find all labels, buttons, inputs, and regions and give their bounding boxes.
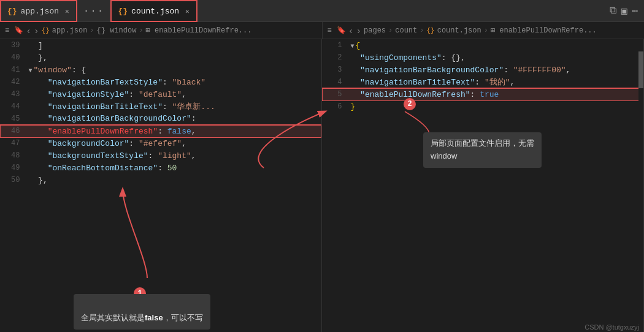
breadcrumb-left: ≡ 🔖 ‹ › {} app.json › {} window › ⊞ enab… [0,22,323,39]
table-row: 39 ] [1,39,321,51]
breadcrumb-right: ≡ 🔖 ‹ › pages › count › {} count.json › … [323,22,645,39]
table-row: 1 ▼{ [323,39,643,51]
table-row: 44 "navigationBarTitleText": "华卓新... [1,100,321,113]
tab-app-json-label: app.json [21,7,59,16]
bc-left-window: {} window [97,26,137,35]
more-actions-icon[interactable]: ⋯ [632,5,638,17]
scrollbar-right[interactable] [638,39,643,332]
table-row: 45 "navigationBarBackgroundColor": [1,113,321,125]
table-row: 6 } [323,100,643,113]
bc-right-pages: pages [364,26,386,35]
breadcrumb-bar: ≡ 🔖 ‹ › {} app.json › {} window › ⊞ enab… [0,22,644,39]
tab-count-json-icon: {} [118,7,128,16]
code-table-right: 1 ▼{ 2 "usingComponents": {}, 3 "navigat… [322,39,643,113]
table-row: 2 "usingComponents": {}, [323,51,643,64]
sidebar-toggle-icon-right[interactable]: ≡ [328,26,332,35]
bc-left-enable: ⊞ enablePullDownRefre... [146,26,252,35]
tab-count-json-close[interactable]: ✕ [185,7,190,15]
table-row: 4 "navigationBarTitleText": "我的", [323,76,643,88]
table-row: 41 ▼"window": { [1,64,321,76]
code-table-left: 39 ] 40 }, 41 ▼"window": { 42 "navigatio… [0,39,321,186]
bc-right-count: count [395,26,417,35]
breadcrumb-back-left[interactable]: ‹ [26,26,31,36]
tab-app-json[interactable]: {} app.json ✕ [0,0,77,22]
fold-arrow-41[interactable]: ▼ [29,67,33,74]
tab-app-json-close[interactable]: ✕ [65,7,69,15]
editor-pane-left: 39 ] 40 }, 41 ▼"window": { 42 "navigatio… [0,39,322,332]
bc-sep-2: › [139,26,143,35]
editor-pane-right: 1 ▼{ 2 "usingComponents": {}, 3 "navigat… [322,39,644,332]
table-row: 3 "navigationBarBackgroundColor": "#FFFF… [323,64,643,76]
tab-count-json[interactable]: {} count.json ✕ [110,0,197,22]
table-row: 50 }, [1,174,321,186]
bc-sep-5: › [484,26,488,35]
bc-sep-3: › [388,26,393,35]
tab-bar-actions: ⧉ ▣ ⋯ [610,5,644,17]
tab-json-icon: {} [7,7,17,16]
table-row: 48 "backgroundTextStyle": "light", [1,149,321,162]
bookmark-icon-right[interactable]: 🔖 [337,26,346,35]
bc-left-json-icon: {} [42,27,50,34]
bc-left-file: app.json [52,26,88,35]
sidebar-toggle-icon[interactable]: ≡ [5,26,9,35]
layout-icon[interactable]: ▣ [621,5,627,17]
breadcrumb-forward-right[interactable]: › [356,26,361,36]
bc-right-json-icon: {} [426,27,434,34]
tab-count-json-label: count.json [131,7,179,16]
table-row: 40 }, [1,51,321,64]
table-row: 47 "backgroundColor": "#efefef", [1,137,321,149]
tab-bar: {} app.json ✕ ··· {} count.json ✕ ⧉ ▣ ⋯ [0,0,644,22]
fold-arrow-1[interactable]: ▼ [351,43,355,50]
bc-sep-4: › [420,26,424,35]
bc-sep-1: › [90,26,94,35]
bookmark-icon-left[interactable]: 🔖 [14,26,23,35]
code-area-right[interactable]: 1 ▼{ 2 "usingComponents": {}, 3 "navigat… [322,39,643,332]
table-row-highlight-5: 5 "enablePullDownRefresh": true [323,88,643,100]
csdn-credit: CSDN @tutgxuzyj [580,322,644,332]
table-row-highlight-46: 46 "enablePullDownRefresh": false, [1,125,321,137]
bc-right-enable: ⊞ enablePullDownRefre... [491,26,597,35]
code-area-left[interactable]: 39 ] 40 }, 41 ▼"window": { 42 "navigatio… [0,39,321,332]
table-row: 43 "navigationStyle": "default", [1,88,321,100]
split-editor-icon[interactable]: ⧉ [610,5,616,17]
breadcrumb-back-right[interactable]: ‹ [348,26,354,36]
editor-area: 39 ] 40 }, 41 ▼"window": { 42 "navigatio… [0,39,644,332]
table-row: 42 "navigationBarTextStyle": "black" [1,76,321,88]
scroll-thumb-right[interactable] [638,51,643,88]
bc-right-file: count.json [437,26,481,35]
tab-more-button[interactable]: ··· [77,6,111,17]
table-row: 49 "onReachBottomDistance": 50 [1,162,321,174]
breadcrumb-forward-left[interactable]: › [34,26,39,36]
